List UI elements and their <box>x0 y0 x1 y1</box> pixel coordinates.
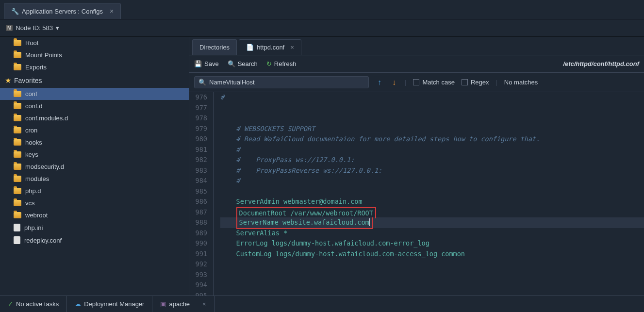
sidebar-item-exports[interactable]: Exports <box>0 61 189 73</box>
code-line[interactable]: CustomLog logs/dummy-host.wafaicloud.com… <box>220 249 644 260</box>
code-content[interactable]: # # WEBSOCKETS SUPPORT # Read WafaiCloud… <box>214 92 644 296</box>
code-line[interactable] <box>220 103 644 114</box>
sidebar-item-php-ini[interactable]: php.ini <box>0 221 189 234</box>
code-line[interactable]: # <box>220 92 644 103</box>
chevron-down-icon: ▾ <box>56 24 59 32</box>
folder-icon <box>14 139 21 146</box>
sidebar-item-conf-d[interactable]: conf.d <box>0 100 189 112</box>
checkbox-icon <box>413 79 419 85</box>
line-number: 977 <box>189 103 207 114</box>
folder-icon <box>14 188 21 194</box>
code-line[interactable]: # WEBSOCKETS SUPPORT <box>220 124 644 134</box>
item-label: Root <box>25 39 38 47</box>
search-next-button[interactable]: ↓ <box>390 78 398 87</box>
match-case-checkbox[interactable]: Match case <box>413 79 454 86</box>
code-line[interactable]: # <box>220 145 644 155</box>
code-line[interactable] <box>220 186 644 197</box>
search-input-wrap[interactable]: 🔍 <box>194 76 369 88</box>
code-line[interactable] <box>220 270 644 280</box>
code-line[interactable]: DocumentRoot /var/www/webroot/ROOT <box>220 207 644 218</box>
match-case-label: Match case <box>422 79 454 86</box>
sidebar-item-webroot[interactable]: webroot <box>0 209 189 221</box>
refresh-button[interactable]: ↻ Refresh <box>266 60 297 67</box>
folder-icon <box>14 164 21 170</box>
node-bar: M Node ID: 583 ▾ <box>0 19 644 37</box>
close-icon[interactable]: × <box>110 7 114 15</box>
tab-httpd-conf[interactable]: 📄 httpd.conf × <box>239 39 301 55</box>
line-number: 994 <box>189 280 207 291</box>
file-path: /etc/httpd/conf/httpd.conf <box>563 60 639 67</box>
apache-label: apache <box>169 300 190 308</box>
item-label: vcs <box>25 199 35 207</box>
line-number: 987 <box>189 207 207 218</box>
item-label: cron <box>25 127 37 134</box>
code-line[interactable] <box>220 291 644 296</box>
search-input[interactable] <box>209 79 364 86</box>
sidebar-item-cron[interactable]: cron <box>0 124 189 136</box>
code-line[interactable]: ServerAlias * <box>220 228 644 239</box>
line-number: 986 <box>189 197 207 207</box>
folder-icon <box>14 151 21 158</box>
code-line[interactable]: ServerName website.wafaicloud.com <box>220 217 644 228</box>
file-icon <box>14 224 20 231</box>
item-label: conf.d <box>25 102 42 110</box>
favorites-label: Favorites <box>14 77 42 84</box>
code-line[interactable]: # Read WafaiCloud documentaion for more … <box>220 134 644 145</box>
code-line[interactable]: # <box>220 176 644 186</box>
line-number: 991 <box>189 249 207 260</box>
deployment-manager-button[interactable]: ☁ Deployment Manager <box>67 296 152 312</box>
code-editor[interactable]: 9769779789799809819829839849859869879889… <box>189 92 644 296</box>
save-button[interactable]: 💾 Save <box>194 60 219 67</box>
code-line[interactable]: # ProxyPassReverse ws://127.0.0.1: <box>220 165 644 176</box>
line-number: 978 <box>189 113 207 124</box>
favorites-header[interactable]: ★ Favorites <box>0 73 189 88</box>
editor-tabs: Directories 📄 httpd.conf × <box>189 37 644 55</box>
search-button[interactable]: 🔍 Search <box>228 60 258 67</box>
apache-item[interactable]: ▣ apache × <box>152 296 214 312</box>
close-icon[interactable]: × <box>202 300 206 308</box>
file-icon: 📄 <box>246 44 254 51</box>
code-line[interactable] <box>220 280 644 291</box>
tab-label: Directories <box>199 44 230 51</box>
node-selector[interactable]: M Node ID: 583 ▾ <box>6 24 59 32</box>
refresh-label: Refresh <box>274 60 297 67</box>
sidebar-item-keys[interactable]: keys <box>0 148 189 161</box>
sidebar-item-modsecurity-d[interactable]: modsecurity.d <box>0 161 189 173</box>
line-number: 985 <box>189 186 207 197</box>
line-number: 988 <box>189 217 207 228</box>
line-number: 984 <box>189 176 207 186</box>
regex-checkbox[interactable]: Regex <box>462 79 489 86</box>
tasks-status[interactable]: ✓ No active tasks <box>0 296 67 312</box>
code-line[interactable] <box>220 113 644 124</box>
line-gutter: 9769779789799809819829839849859869879889… <box>189 92 214 296</box>
wrench-icon: 🔧 <box>11 8 19 15</box>
sidebar-item-redeploy-conf[interactable]: redeploy.conf <box>0 234 189 246</box>
code-line[interactable] <box>220 259 644 270</box>
no-matches-label: No matches <box>504 79 538 86</box>
sidebar-item-modules[interactable]: modules <box>0 173 189 185</box>
code-line[interactable]: ServerAdmin webmaster@domain.com <box>220 197 644 207</box>
tab-directories[interactable]: Directories <box>192 39 237 55</box>
sidebar-item-hooks[interactable]: hooks <box>0 136 189 148</box>
cloud-icon: ☁ <box>75 300 81 308</box>
line-number: 981 <box>189 145 207 155</box>
node-id-label: Node ID: 583 <box>16 24 53 32</box>
item-label: modules <box>25 175 49 182</box>
item-label: Mount Points <box>25 51 62 59</box>
sidebar-item-conf-modules-d[interactable]: conf.modules.d <box>0 112 189 124</box>
app-tab-configs[interactable]: 🔧 Application Servers : Configs × <box>4 3 121 19</box>
folder-icon <box>14 212 21 218</box>
line-number: 992 <box>189 259 207 270</box>
search-prev-button[interactable]: ↑ <box>376 78 383 87</box>
item-label: php.ini <box>24 224 43 231</box>
sidebar-item-root[interactable]: Root <box>0 37 189 49</box>
sidebar-item-conf[interactable]: conf <box>0 88 189 100</box>
sidebar-item-mount-points[interactable]: Mount Points <box>0 49 189 61</box>
code-line[interactable]: ErrorLog logs/dummy-host.wafaicloud.com-… <box>220 238 644 249</box>
tab-title: Application Servers : Configs <box>22 8 103 15</box>
close-icon[interactable]: × <box>290 44 294 51</box>
code-line[interactable]: # ProxyPass ws://127.0.0.1: <box>220 155 644 165</box>
sidebar-item-php-d[interactable]: php.d <box>0 185 189 197</box>
folder-icon <box>14 52 21 58</box>
sidebar-item-vcs[interactable]: vcs <box>0 197 189 209</box>
